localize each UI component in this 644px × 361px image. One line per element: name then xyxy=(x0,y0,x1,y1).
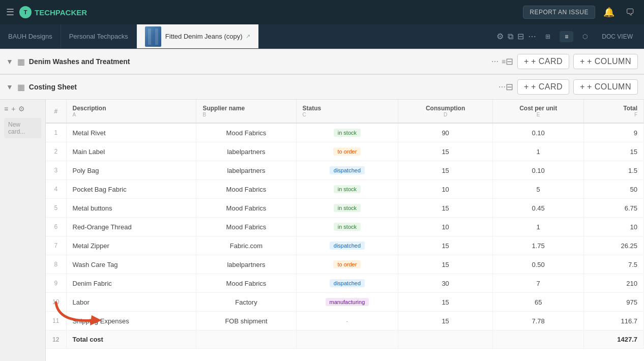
cell-total: 1427.7 xyxy=(584,330,644,349)
cell-description[interactable]: Labor xyxy=(66,293,196,312)
tab-bauh-designs[interactable]: BAUH Designs xyxy=(0,24,61,48)
cell-total: 26.25 xyxy=(584,236,644,255)
cell-status: to order xyxy=(296,142,398,161)
report-issue-button[interactable]: REPORT AN ISSUE xyxy=(523,6,595,19)
cell-description[interactable]: Total cost xyxy=(66,330,196,349)
add-column-button-costing[interactable]: + + COLUMN xyxy=(573,79,638,95)
cell-supplier: FOB shipment xyxy=(196,312,296,330)
table-row: 2Main Labellabelpartnersto order15115 xyxy=(46,142,644,161)
table-row: 9Denim FabricMood Fabricsdispatched30721… xyxy=(46,274,644,293)
add-card-button-denim[interactable]: + + CARD xyxy=(517,54,569,69)
costing-table-scroll[interactable]: # Description A Supplier name B Status C xyxy=(46,100,644,361)
row-number: 8 xyxy=(46,255,66,274)
cell-total: 50 xyxy=(584,180,644,199)
sidebar-settings-icon[interactable]: ⚙ xyxy=(18,105,25,113)
section-right: ⊟ + + CARD + + COLUMN xyxy=(506,54,638,69)
message-icon[interactable]: 🗨 xyxy=(623,7,638,18)
cell-description[interactable]: Pocket Bag Fabric xyxy=(66,180,196,199)
table-row: 8Wash Care Taglabelpartnersto order150.5… xyxy=(46,255,644,274)
filter-icon[interactable]: ⊟ xyxy=(517,32,524,41)
cell-supplier: Mood Fabrics xyxy=(196,123,296,142)
add-column-label: + COLUMN xyxy=(587,82,631,92)
add-card-label: + CARD xyxy=(531,57,563,66)
cell-description[interactable]: Shipping Expenses xyxy=(66,312,196,330)
cell-status: in stock xyxy=(296,218,398,236)
cell-description[interactable]: Metal buttons xyxy=(66,199,196,218)
cell-cost-per-unit: 7 xyxy=(492,274,584,293)
cell-description[interactable]: Main Label xyxy=(66,142,196,161)
section-grid-icon[interactable]: ⊟ xyxy=(506,56,513,67)
cell-consumption: 90 xyxy=(398,123,493,142)
section-grid-icon-costing[interactable]: ⊟ xyxy=(506,81,513,93)
section-list-icon[interactable]: ≡ xyxy=(502,57,506,66)
cell-consumption: 15 xyxy=(398,161,493,180)
layers-icon[interactable]: ⬡ xyxy=(577,31,593,42)
cell-supplier: Mood Fabrics xyxy=(196,199,296,218)
logo-mark: T xyxy=(19,6,32,18)
cell-supplier: Fabric.com xyxy=(196,236,296,255)
col-description: Description A xyxy=(66,100,196,123)
cell-status: dispatched xyxy=(296,274,398,293)
doc-view-btn[interactable]: DOC VIEW xyxy=(597,31,638,42)
cell-consumption: 15 xyxy=(398,142,493,161)
cell-status: in stock xyxy=(296,180,398,199)
cell-supplier: Mood Fabrics xyxy=(196,218,296,236)
add-column-button-denim[interactable]: + + COLUMN xyxy=(573,54,638,69)
tab-personal-techpacks[interactable]: Personal Techpacks xyxy=(61,24,137,48)
cell-cost-per-unit: 0.45 xyxy=(492,199,584,218)
list-view-btn[interactable]: ≡ xyxy=(560,31,573,42)
sidebar-menu-icon[interactable]: ≡ xyxy=(4,105,8,113)
table-row: 12Total cost1427.7 xyxy=(46,330,644,349)
cell-consumption: 30 xyxy=(398,274,493,293)
row-number: 1 xyxy=(46,123,66,142)
table-wrapper: # Description A Supplier name B Status C xyxy=(46,100,644,361)
sidebar-add-icon[interactable]: + xyxy=(11,105,15,113)
cell-supplier: labelpartners xyxy=(196,255,296,274)
grid-view-btn[interactable]: ⊞ xyxy=(540,31,555,42)
section-more-icon[interactable]: ⋯ xyxy=(499,83,506,91)
section-costing-sheet: ▼ ▦ Costing Sheet ⋯ ⊟ + + CARD + + COLUM… xyxy=(0,74,644,100)
table-row: 5Metal buttonsMood Fabricsin stock150.45… xyxy=(46,199,644,218)
add-column-label: + COLUMN xyxy=(587,57,631,66)
cell-consumption: 15 xyxy=(398,312,493,330)
cell-status: - xyxy=(296,312,398,330)
row-number: 5 xyxy=(46,199,66,218)
cell-description[interactable]: Denim Fabric xyxy=(66,274,196,293)
cell-cost-per-unit: 5 xyxy=(492,180,584,199)
new-card-input[interactable]: New card... xyxy=(4,118,41,138)
settings-icon[interactable]: ⚙ xyxy=(496,32,504,41)
status-badge: - xyxy=(342,317,353,325)
table-row: 10LaborFactorymanufacturing1565975 xyxy=(46,293,644,312)
techpack-thumbnail xyxy=(145,26,161,47)
status-badge: in stock xyxy=(334,204,361,212)
section-right-costing: ⊟ + + CARD + + COLUMN xyxy=(506,79,638,95)
cell-consumption: 15 xyxy=(398,236,493,255)
col-num: # xyxy=(46,100,66,123)
tab-label: Personal Techpacks xyxy=(69,33,128,40)
cell-description[interactable]: Metal Rivet xyxy=(66,123,196,142)
cell-description[interactable]: Metal Zipper xyxy=(66,236,196,255)
more-icon[interactable]: ⋯ xyxy=(528,32,536,41)
app-logo: T TECHPACKER xyxy=(19,6,87,18)
section-more-icon[interactable]: ⋯ xyxy=(491,57,499,66)
external-link-icon[interactable]: ↗ xyxy=(246,33,250,40)
cell-description[interactable]: Poly Bag xyxy=(66,161,196,180)
tab-fitted-denim-jeans[interactable]: Fitted Denim Jeans (copy) ↗ xyxy=(137,24,259,48)
add-card-button-costing[interactable]: + + CARD xyxy=(517,79,569,95)
table-row: 1Metal RivetMood Fabricsin stock900.109 xyxy=(46,123,644,142)
cell-supplier xyxy=(196,330,296,349)
cell-description[interactable]: Red-Orange Thread xyxy=(66,218,196,236)
copy-icon[interactable]: ⧉ xyxy=(508,32,513,41)
cell-total: 9 xyxy=(584,123,644,142)
cell-supplier: Factory xyxy=(196,293,296,312)
cell-cost-per-unit: 0.50 xyxy=(492,255,584,274)
notification-icon[interactable]: 🔔 xyxy=(600,7,618,18)
plus-icon: + xyxy=(580,57,585,66)
hamburger-icon[interactable]: ☰ xyxy=(6,7,14,18)
cell-description[interactable]: Wash Care Tag xyxy=(66,255,196,274)
section-toggle-icon[interactable]: ▼ xyxy=(6,83,13,91)
section-toggle-icon[interactable]: ▼ xyxy=(6,57,13,66)
app-title: TECHPACKER xyxy=(35,8,87,17)
cell-cost-per-unit: 1.75 xyxy=(492,236,584,255)
col-supplier: Supplier name B xyxy=(196,100,296,123)
